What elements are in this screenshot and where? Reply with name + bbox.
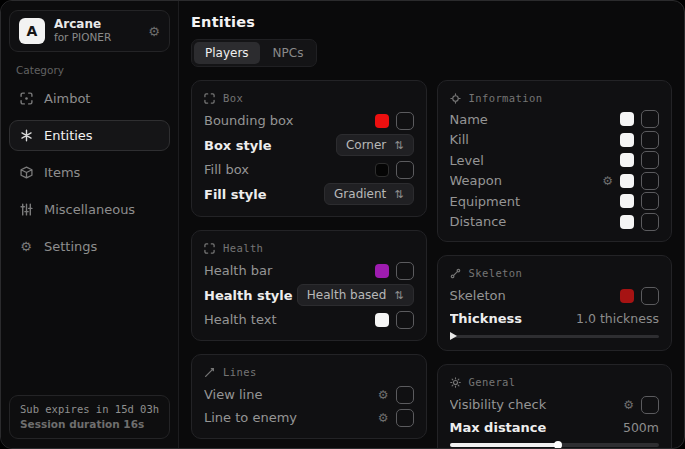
category-label: Category xyxy=(16,64,163,76)
gear-icon[interactable]: ⚙ xyxy=(602,175,613,187)
setting-label: Weapon xyxy=(450,173,603,188)
setting-label: Thickness xyxy=(450,311,577,326)
cube-icon xyxy=(18,166,34,179)
brand-subtitle: for PIONER xyxy=(54,31,111,45)
color-swatch[interactable] xyxy=(375,313,389,327)
setting-row-kill: Kill xyxy=(450,130,660,151)
sidebar-item-miscellaneous[interactable]: Miscellaneous xyxy=(9,194,170,225)
gear-icon[interactable]: ⚙ xyxy=(623,399,634,411)
setting-row-name: Name xyxy=(450,109,660,130)
brand-text: Arcane for PIONER xyxy=(54,17,111,45)
color-swatch[interactable] xyxy=(620,133,634,147)
setting-row-level: Level xyxy=(450,150,660,171)
dropdown-value: Gradient xyxy=(334,187,386,201)
skeleton-checkbox[interactable] xyxy=(641,287,659,305)
setting-label: Name xyxy=(450,112,621,127)
updown-arrows-icon: ⇅ xyxy=(394,139,403,152)
setting-label: Distance xyxy=(450,214,621,229)
dropdown-value: Health based xyxy=(307,288,386,302)
sidebar-item-aimbot[interactable]: Aimbot xyxy=(9,83,170,114)
settings-grid: Box Bounding box Box style Corner ⇅ xyxy=(191,80,672,448)
box-style-dropdown[interactable]: Corner ⇅ xyxy=(336,134,414,156)
color-swatch[interactable] xyxy=(620,153,634,167)
health-style-dropdown[interactable]: Health based ⇅ xyxy=(297,284,414,306)
app-window: A Arcane for PIONER ⚙ Category Aimbot En… xyxy=(0,0,685,449)
lines-card-header: Lines xyxy=(204,363,414,383)
setting-label: Health style xyxy=(204,288,297,303)
tab-players[interactable]: Players xyxy=(194,42,260,64)
weapon-checkbox[interactable] xyxy=(641,172,659,190)
thickness-slider[interactable] xyxy=(450,331,660,341)
setting-row-bounding-box: Bounding box xyxy=(204,109,414,132)
name-checkbox[interactable] xyxy=(641,110,659,128)
setting-row-distance: Distance xyxy=(450,212,660,233)
section-title: Box xyxy=(223,92,243,104)
corner-brackets-icon xyxy=(204,93,215,104)
updown-arrows-icon: ⇅ xyxy=(394,289,403,302)
setting-row-equipment: Equipment xyxy=(450,191,660,212)
color-swatch[interactable] xyxy=(620,174,634,188)
equipment-checkbox[interactable] xyxy=(641,192,659,210)
fill-box-checkbox[interactable] xyxy=(396,161,414,179)
setting-label: Bounding box xyxy=(204,113,375,128)
bounding-box-checkbox[interactable] xyxy=(396,112,414,130)
sidebar-item-label: Entities xyxy=(44,128,93,143)
main-panel: Entities Players NPCs Box Bounding box xyxy=(179,1,684,448)
view-line-checkbox[interactable] xyxy=(396,386,414,404)
health-bar-checkbox[interactable] xyxy=(396,262,414,280)
general-card: General Visibility check ⚙ Max distance … xyxy=(437,364,673,448)
max-distance-slider[interactable] xyxy=(450,440,660,448)
max-distance-value: 500m xyxy=(623,420,659,435)
sidebar-item-settings[interactable]: ⚙ Settings xyxy=(9,231,170,262)
color-swatch[interactable] xyxy=(620,215,634,229)
dropdown-value: Corner xyxy=(346,138,386,152)
sidebar: A Arcane for PIONER ⚙ Category Aimbot En… xyxy=(1,1,179,448)
gear-icon[interactable]: ⚙ xyxy=(378,389,389,401)
visibility-check-checkbox[interactable] xyxy=(641,396,659,414)
health-card: Health Health bar Health style Health ba… xyxy=(191,230,427,341)
setting-row-thickness: Thickness 1.0 thickness xyxy=(450,307,660,330)
level-checkbox[interactable] xyxy=(641,151,659,169)
setting-row-visibility-check: Visibility check ⚙ xyxy=(450,393,660,416)
sidebar-item-label: Miscellaneous xyxy=(44,202,135,217)
sidebar-item-label: Settings xyxy=(44,239,97,254)
right-column: Information Name Kill xyxy=(437,80,673,448)
gear-icon[interactable]: ⚙ xyxy=(148,24,160,39)
section-title: Health xyxy=(223,242,263,254)
slider-thumb[interactable] xyxy=(554,441,562,448)
setting-label: Visibility check xyxy=(450,397,624,412)
setting-label: View line xyxy=(204,387,378,402)
line-to-enemy-checkbox[interactable] xyxy=(396,409,414,427)
distance-checkbox[interactable] xyxy=(641,213,659,231)
sidebar-item-items[interactable]: Items xyxy=(9,157,170,188)
section-title: Information xyxy=(469,92,543,104)
entities-icon xyxy=(18,129,34,142)
color-swatch[interactable] xyxy=(620,194,634,208)
bone-icon xyxy=(450,268,461,279)
setting-row-fill-box: Fill box xyxy=(204,158,414,181)
crosshair-scan-icon xyxy=(18,92,34,105)
slider-track xyxy=(450,335,660,338)
setting-label: Health text xyxy=(204,312,375,327)
slider-thumb[interactable] xyxy=(450,332,457,340)
sidebar-nav: Aimbot Entities Items Miscellaneous xyxy=(1,80,178,265)
gear-icon[interactable]: ⚙ xyxy=(378,412,389,424)
setting-label: Health bar xyxy=(204,263,375,278)
brand-logo: A xyxy=(19,18,45,44)
fill-style-dropdown[interactable]: Gradient ⇅ xyxy=(324,183,413,205)
setting-label: Line to enemy xyxy=(204,410,378,425)
color-swatch[interactable] xyxy=(620,112,634,126)
setting-row-box-style: Box style Corner ⇅ xyxy=(204,132,414,158)
color-swatch[interactable] xyxy=(375,163,389,177)
color-swatch[interactable] xyxy=(375,264,389,278)
tab-npcs[interactable]: NPCs xyxy=(262,42,315,64)
color-swatch[interactable] xyxy=(375,114,389,128)
setting-label: Level xyxy=(450,153,621,168)
sidebar-item-entities[interactable]: Entities xyxy=(9,120,170,151)
health-text-checkbox[interactable] xyxy=(396,311,414,329)
sub-expiry-text: Sub expires in 15d 03h xyxy=(20,403,159,415)
kill-checkbox[interactable] xyxy=(641,131,659,149)
color-swatch[interactable] xyxy=(620,289,634,303)
setting-label: Box style xyxy=(204,138,336,153)
thickness-value: 1.0 thickness xyxy=(576,311,659,326)
